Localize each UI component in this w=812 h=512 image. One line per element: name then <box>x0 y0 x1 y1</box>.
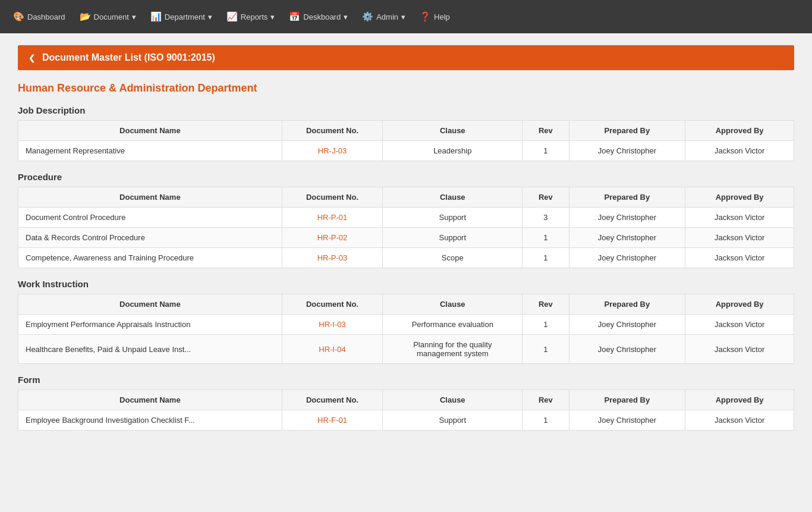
chevron-down-icon: ▾ <box>132 12 136 21</box>
approved-by-cell: Jackson Victor <box>685 228 794 248</box>
col-header-rev: Rev <box>523 121 569 141</box>
rev-cell: 1 <box>523 141 569 161</box>
section-title-work-instruction: Work Instruction <box>18 279 794 289</box>
clause-cell: Performance evaluation <box>383 315 523 335</box>
table-form: Document NameDocument No.ClauseRevPrepar… <box>18 390 794 431</box>
approved-by-cell: Jackson Victor <box>685 141 794 161</box>
col-header-clause: Clause <box>383 121 523 141</box>
doc-name-cell: Competence, Awareness and Training Proce… <box>18 248 282 268</box>
dashboard-icon: 🎨 <box>13 11 24 22</box>
document-icon: 📂 <box>80 11 91 22</box>
main-content: ❮ Document Master List (ISO 9001:2015) H… <box>0 33 812 512</box>
col-header-rev: Rev <box>523 390 569 410</box>
deskboard-icon: 📅 <box>289 11 300 22</box>
col-header-document-no: Document No. <box>282 390 383 410</box>
nav-deskboard-label: Deskboard <box>303 12 341 21</box>
table-row: Competence, Awareness and Training Proce… <box>18 248 794 268</box>
col-header-prepared-by: Prepared By <box>569 121 685 141</box>
nav-department[interactable]: 📊 Department ▾ <box>143 0 219 33</box>
col-header-clause: Clause <box>383 294 523 315</box>
doc-name-cell: Employment Performance Appraisals Instru… <box>18 315 282 335</box>
rev-cell: 1 <box>523 315 569 335</box>
doc-header-bar: ❮ Document Master List (ISO 9001:2015) <box>18 45 794 70</box>
doc-name-cell: Document Control Procedure <box>18 208 282 228</box>
doc-no-cell: HR-F-01 <box>282 410 383 431</box>
col-header-approved-by: Approved By <box>685 390 794 410</box>
nav-help[interactable]: ❓ Help <box>413 0 457 33</box>
rev-cell: 1 <box>523 410 569 431</box>
nav-dashboard[interactable]: 🎨 Dashboard <box>6 0 73 33</box>
prepared-by-cell: Joey Christopher <box>569 315 685 335</box>
col-header-approved-by: Approved By <box>685 187 794 208</box>
col-header-prepared-by: Prepared By <box>569 294 685 315</box>
table-job-description: Document NameDocument No.ClauseRevPrepar… <box>18 120 794 161</box>
doc-no-cell: HR-I-03 <box>282 315 383 335</box>
prepared-by-cell: Joey Christopher <box>569 228 685 248</box>
nav-deskboard[interactable]: 📅 Deskboard ▾ <box>282 0 355 33</box>
nav-help-label: Help <box>434 12 450 21</box>
prepared-by-cell: Joey Christopher <box>569 335 685 364</box>
doc-no-cell: HR-P-03 <box>282 248 383 268</box>
chevron-down-icon: ▾ <box>344 12 348 21</box>
table-row: Data & Records Control ProcedureHR-P-02S… <box>18 228 794 248</box>
col-header-document-no: Document No. <box>282 294 383 315</box>
table-row: Employment Performance Appraisals Instru… <box>18 315 794 335</box>
doc-name-cell: Data & Records Control Procedure <box>18 228 282 248</box>
doc-name-cell: Employee Background Investigation Checkl… <box>18 410 282 431</box>
col-header-clause: Clause <box>383 390 523 410</box>
approved-by-cell: Jackson Victor <box>685 248 794 268</box>
nav-department-label: Department <box>165 12 205 21</box>
prepared-by-cell: Joey Christopher <box>569 141 685 161</box>
table-row: Management RepresentativeHR-J-03Leadersh… <box>18 141 794 161</box>
clause-cell: Support <box>383 410 523 431</box>
col-header-document-no: Document No. <box>282 121 383 141</box>
col-header-document-name: Document Name <box>18 187 282 208</box>
col-header-document-name: Document Name <box>18 294 282 315</box>
department-icon: 📊 <box>150 11 162 22</box>
col-header-document-name: Document Name <box>18 121 282 141</box>
prepared-by-cell: Joey Christopher <box>569 248 685 268</box>
rev-cell: 1 <box>523 248 569 268</box>
col-header-clause: Clause <box>383 187 523 208</box>
nav-reports-label: Reports <box>241 12 268 21</box>
col-header-document-name: Document Name <box>18 390 282 410</box>
col-header-approved-by: Approved By <box>685 121 794 141</box>
nav-document-label: Document <box>94 12 129 21</box>
prepared-by-cell: Joey Christopher <box>569 208 685 228</box>
nav-dashboard-label: Dashboard <box>27 12 65 21</box>
table-procedure: Document NameDocument No.ClauseRevPrepar… <box>18 187 794 268</box>
collapse-icon[interactable]: ❮ <box>29 54 35 62</box>
reports-icon: 📈 <box>226 11 238 22</box>
doc-no-cell: HR-P-02 <box>282 228 383 248</box>
section-title-job-description: Job Description <box>18 105 794 115</box>
clause-cell: Support <box>383 228 523 248</box>
nav-reports[interactable]: 📈 Reports ▾ <box>219 0 282 33</box>
prepared-by-cell: Joey Christopher <box>569 410 685 431</box>
nav-document[interactable]: 📂 Document ▾ <box>73 0 143 33</box>
clause-cell: Leadership <box>383 141 523 161</box>
table-row: Employee Background Investigation Checkl… <box>18 410 794 431</box>
rev-cell: 3 <box>523 208 569 228</box>
clause-cell: Scope <box>383 248 523 268</box>
col-header-prepared-by: Prepared By <box>569 187 685 208</box>
sections-container: Job DescriptionDocument NameDocument No.… <box>18 105 794 431</box>
rev-cell: 1 <box>523 335 569 364</box>
chevron-down-icon: ▾ <box>270 12 275 21</box>
clause-cell: Support <box>383 208 523 228</box>
nav-admin[interactable]: ⚙️ Admin ▾ <box>355 0 413 33</box>
col-header-prepared-by: Prepared By <box>569 390 685 410</box>
help-icon: ❓ <box>420 11 431 22</box>
col-header-approved-by: Approved By <box>685 294 794 315</box>
approved-by-cell: Jackson Victor <box>685 410 794 431</box>
doc-name-cell: Management Representative <box>18 141 282 161</box>
clause-cell: Planning for the quality management syst… <box>383 335 523 364</box>
col-header-rev: Rev <box>523 294 569 315</box>
doc-header-title: Document Master List (ISO 9001:2015) <box>42 52 215 63</box>
chevron-down-icon: ▾ <box>208 12 212 21</box>
table-row: Document Control ProcedureHR-P-01Support… <box>18 208 794 228</box>
table-row: Healthcare Benefits, Paid & Unpaid Leave… <box>18 335 794 364</box>
department-title: Human Resource & Administration Departme… <box>18 82 794 95</box>
doc-no-cell: HR-J-03 <box>282 141 383 161</box>
section-title-form: Form <box>18 375 794 385</box>
nav-admin-label: Admin <box>376 12 398 21</box>
